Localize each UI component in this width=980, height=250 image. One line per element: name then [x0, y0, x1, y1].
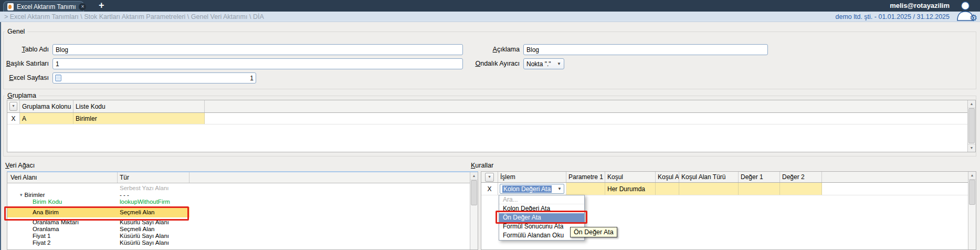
breadcrumb-bar: > Excel Aktarım Tanımları \ Stok Kartlar… — [0, 12, 980, 22]
ondalik-ayiraci-value: Nokta "." — [526, 60, 551, 68]
kurallar-header-filler — [822, 172, 976, 182]
company-period: demo ltd. şti. - 01.01.2025 / 31.12.2025 — [835, 12, 950, 22]
gruplama-header-filler — [205, 100, 975, 112]
scroll-up-icon[interactable]: ▲ — [968, 172, 976, 180]
gruplama-row[interactable]: X A Birimler — [7, 113, 975, 124]
tree-header: Veri Alanı Tür — [7, 172, 478, 183]
kurallar-cell-kosul[interactable]: Her Durumda — [605, 183, 656, 195]
gruplama-header-col1[interactable]: Gruplama Kolonu — [20, 100, 73, 112]
islem-select[interactable]: Kolon Değeri Ata ▼ — [500, 184, 564, 194]
tree-row[interactable]: ▾ Birimler - - - — [7, 192, 478, 199]
excel-sayfasi-input[interactable] — [52, 72, 256, 84]
ondalik-ayiraci-label: Ondalık Ayıracı — [421, 60, 520, 67]
kurallar-row[interactable]: X Kolon Değeri Ata ▼ Her Durumda — [481, 183, 976, 195]
aciklama-label: Açıklama — [421, 46, 520, 53]
tree-cell-tur: Küsürlü Sayı Alanı — [118, 233, 189, 239]
svg-text:⚙: ⚙ — [970, 13, 977, 22]
tablo-adi-input[interactable] — [52, 44, 463, 55]
window-left-border — [0, 22, 1, 250]
gruplama-row-col1[interactable]: A — [20, 113, 73, 124]
baslik-satirlari-label: Başlık Satırları — [0, 60, 49, 67]
gruplama-scrollbar[interactable]: ▲ ▼ — [967, 100, 975, 152]
veri-agaci-title: Veri Ağacı — [5, 162, 35, 169]
scroll-up-icon[interactable]: ▲ — [968, 100, 975, 108]
kurallar-cell-kosul-alani[interactable] — [656, 183, 679, 195]
annotation-red-box-on-deger-ata — [496, 211, 587, 224]
tree-cell-tur: Serbest Yazı Alanı — [118, 185, 189, 192]
chevron-down-icon: ▼ — [557, 62, 561, 66]
tree-row[interactable]: Serbest Yazı Alanı — [7, 185, 478, 192]
tablo-adi-label: Tablo Adı — [0, 46, 49, 53]
tree-row[interactable]: Fiyat 2 Küsürlü Sayı Alanı — [7, 239, 478, 246]
tab-title: Excel Aktarım Tanımı — [17, 3, 76, 11]
tree-expander-icon[interactable]: ▾ — [20, 193, 23, 197]
dia-document-icon — [7, 3, 14, 11]
tree-header-filler — [189, 172, 478, 183]
kurallar-header-deger1[interactable]: Değer 1 — [739, 172, 780, 182]
grid-menu-icon[interactable]: ▾ — [485, 173, 494, 182]
app-window: Excel Aktarım Tanımı × + melis@rotayazil… — [0, 0, 980, 250]
dropdown-search-placeholder[interactable]: Ara... — [499, 195, 584, 204]
tree-cell-alan: Fiyat 1 — [33, 233, 51, 239]
tree-row[interactable]: Fiyat 1 Küsürlü Sayı Alanı — [7, 233, 478, 239]
kurallar-scroll-thumb[interactable] — [969, 180, 975, 205]
gruplama-scroll-thumb[interactable] — [968, 108, 975, 143]
gruplama-row-col2[interactable]: Birimler — [73, 113, 205, 124]
kurallar-scrollbar[interactable]: ▲ — [968, 172, 976, 249]
islem-selected-value: Kolon Değeri Ata — [502, 185, 552, 193]
tree-cell-tur: Seçmeli Alan — [118, 226, 189, 233]
scroll-down-icon[interactable]: ▼ — [968, 144, 975, 152]
tree-scrollbar[interactable]: ▲ — [470, 172, 478, 249]
kurallar-cell-islem: Kolon Değeri Ata ▼ — [498, 183, 566, 195]
tree-cell-alan: Birim Kodu — [33, 199, 62, 205]
tree-header-veri-alani[interactable]: Veri Alanı — [7, 172, 118, 183]
tree-cell-alan: Fiyat 2 — [33, 239, 51, 246]
aciklama-input[interactable] — [523, 44, 768, 55]
kurallar-header-islem[interactable]: İşlem — [498, 172, 566, 182]
tree-header-tur[interactable]: Tür — [118, 172, 189, 183]
group-gruplama-title: Gruplama — [5, 92, 39, 99]
kurallar-header-kosul[interactable]: Koşul — [605, 172, 656, 182]
kurallar-cell-kosul-alan-turu[interactable] — [679, 183, 739, 195]
tree-row[interactable]: Oranlama Seçmeli Alan — [7, 226, 478, 233]
group-genel-title: Genel — [5, 28, 27, 35]
tree-scroll-thumb[interactable] — [471, 180, 477, 205]
baslik-satirlari-input[interactable] — [52, 58, 463, 69]
gruplama-grid: ▾ Gruplama Kolonu Liste Kodu X A Birimle… — [7, 100, 976, 152]
kurallar-header-kosul-alan-turu[interactable]: Koşul Alan Türü — [679, 172, 739, 182]
kurallar-cell-deger1[interactable] — [739, 183, 780, 195]
tree-cell-tur: lookupWithoutFirm — [118, 199, 189, 205]
tree-cell-alan: Birimler — [25, 192, 45, 199]
annotation-red-box-ana-birim — [4, 206, 189, 221]
tree-cell-alan: Oranlama — [33, 226, 59, 233]
tab-excel-aktarim-tanimi[interactable]: Excel Aktarım Tanımı × — [3, 1, 84, 12]
chevron-down-icon: ▼ — [557, 187, 562, 191]
gruplama-header-selector: ▾ — [7, 100, 20, 112]
new-tab-button[interactable]: + — [99, 0, 104, 11]
tab-close-icon[interactable]: × — [79, 3, 86, 11]
kurallar-header-deger2[interactable]: Değer 2 — [780, 172, 822, 182]
gruplama-header-col2[interactable]: Liste Kodu — [73, 100, 205, 112]
kurallar-row-delete[interactable]: X — [481, 183, 498, 195]
kurallar-header-parametre1[interactable]: Parametre 1 — [566, 172, 605, 182]
kurallar-cell-parametre1[interactable] — [566, 183, 605, 195]
tab-bar: Excel Aktarım Tanımı × + melis@rotayazil… — [0, 0, 980, 12]
tree-cell-tur: Küsürlü Sayı Alanı — [118, 239, 189, 246]
user-settings-icon[interactable]: ⚙ — [955, 1, 979, 22]
excel-sayfasi-label: Excel Sayfası — [0, 74, 49, 81]
kurallar-header-selector: ▾ — [481, 172, 498, 182]
kurallar-cell-deger2[interactable] — [780, 183, 822, 195]
excel-sayfasi-value[interactable] — [64, 75, 254, 82]
calculator-icon — [55, 75, 61, 81]
kurallar-title: Kurallar — [471, 162, 493, 169]
logged-in-user: melis@rotayazilim — [890, 0, 950, 12]
ondalik-ayiraci-select[interactable]: Nokta "." ▼ — [523, 58, 564, 69]
gruplama-row-delete[interactable]: X — [7, 113, 20, 124]
kurallar-header-kosul-alani[interactable]: Koşul Alar — [656, 172, 679, 182]
grid-menu-icon[interactable]: ▾ — [9, 102, 17, 111]
scroll-up-icon[interactable]: ▲ — [470, 172, 478, 180]
tree-cell-tur: - - - — [118, 192, 189, 199]
gruplama-grid-header: ▾ Gruplama Kolonu Liste Kodu — [7, 100, 975, 113]
tree-row[interactable]: Birim Kodu lookupWithoutFirm — [7, 199, 478, 205]
tooltip-on-deger-ata: Ön Değer Ata — [570, 227, 617, 237]
